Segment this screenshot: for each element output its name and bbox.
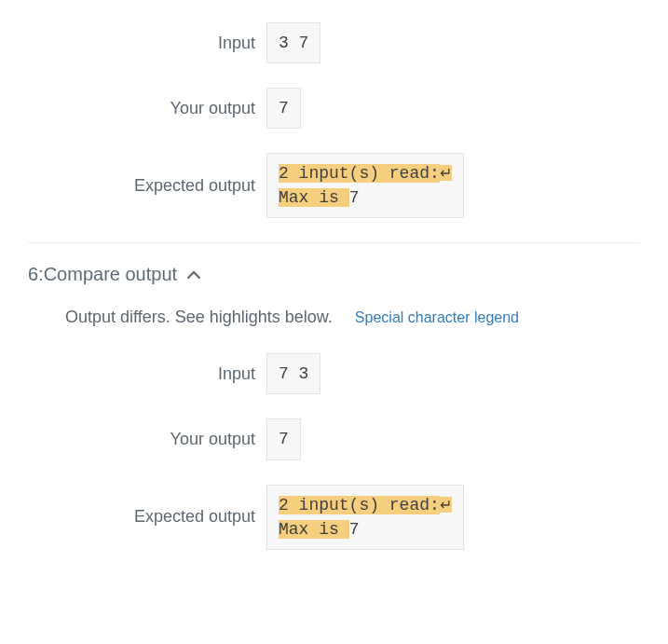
expected-output-label: Expected output	[0, 507, 266, 527]
input-value: 7 3	[266, 353, 320, 394]
section-title: 6:Compare output	[28, 264, 177, 285]
input-row: Input 7 3	[0, 353, 668, 394]
input-label: Input	[0, 34, 266, 53]
plain-text: 7	[349, 520, 360, 539]
section-header[interactable]: 6:Compare output	[28, 264, 668, 285]
highlight-text: 2 input(s) read:	[279, 164, 440, 183]
highlight-text: 2 input(s) read:	[279, 496, 440, 514]
your-output-row: Your output 7	[0, 418, 668, 459]
highlight-text: Max is	[279, 520, 349, 539]
input-label: Input	[0, 364, 266, 384]
section-divider	[28, 242, 640, 243]
expected-output-label: Expected output	[0, 176, 266, 196]
highlight-text: Max is	[279, 188, 349, 207]
newline-symbol-icon: ↵	[440, 497, 452, 513]
newline-symbol-icon: ↵	[440, 165, 452, 181]
expected-output-row: Expected output 2 input(s) read:↵ Max is…	[0, 485, 668, 550]
expected-output-value: 2 input(s) read:↵ Max is 7	[266, 485, 464, 550]
input-value: 3 7	[266, 22, 320, 63]
expected-output-row: Expected output 2 input(s) read:↵ Max is…	[0, 153, 668, 218]
your-output-label: Your output	[0, 430, 266, 449]
diff-message: Output differs. See highlights below.	[65, 308, 333, 327]
expected-output-value: 2 input(s) read:↵ Max is 7	[266, 153, 464, 218]
your-output-label: Your output	[0, 99, 266, 118]
your-output-value: 7	[266, 88, 301, 129]
your-output-value: 7	[266, 418, 301, 459]
input-row: Input 3 7	[0, 22, 668, 63]
message-row: Output differs. See highlights below. Sp…	[65, 308, 668, 327]
special-char-legend-link[interactable]: Special character legend	[355, 309, 519, 326]
chevron-up-icon[interactable]	[184, 267, 203, 282]
plain-text: 7	[349, 188, 360, 207]
your-output-row: Your output 7	[0, 88, 668, 129]
